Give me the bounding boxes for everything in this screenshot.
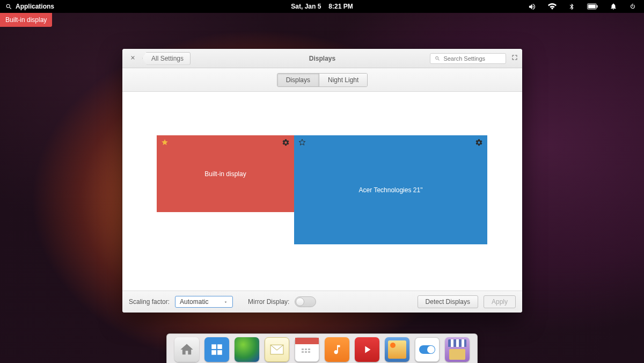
search-settings-field[interactable]	[430, 53, 506, 64]
close-icon	[130, 55, 136, 61]
maximize-icon	[511, 54, 518, 61]
top-panel: Applications Sat, Jan 5 8:21 PM	[0, 0, 644, 13]
svg-rect-6	[217, 350, 222, 355]
search-icon	[435, 55, 440, 62]
panel-date[interactable]: Sat, Jan 5	[291, 3, 321, 10]
svg-rect-5	[211, 350, 216, 355]
scaling-factor-value: Automatic	[180, 298, 208, 306]
mirror-display-toggle[interactable]	[295, 296, 316, 307]
svg-rect-4	[217, 344, 222, 349]
tab-displays[interactable]: Displays	[277, 74, 319, 86]
window-bottom-bar: Scaling factor: Automatic Mirror Display…	[122, 291, 522, 313]
svg-rect-2	[597, 5, 598, 8]
notifications-icon[interactable]	[610, 3, 617, 10]
dock-multitasking[interactable]	[204, 337, 229, 362]
dock-web[interactable]	[235, 337, 259, 362]
mail-icon	[270, 344, 284, 355]
star-icon[interactable]	[161, 139, 169, 148]
window-titlebar: All Settings Displays	[122, 49, 522, 68]
power-icon[interactable]	[629, 3, 636, 10]
dock-music[interactable]	[325, 337, 349, 362]
dock-calendar[interactable]	[295, 337, 319, 362]
dock-photos[interactable]	[385, 337, 409, 362]
svg-rect-1	[588, 5, 596, 9]
grid-icon	[210, 343, 224, 357]
display-arrangement-canvas[interactable]: Built-in display Acer Technologies 21"	[122, 92, 522, 291]
mirror-display-label: Mirror Display:	[248, 298, 289, 306]
monitor-label: Built-in display	[204, 170, 246, 178]
chevron-down-icon	[223, 300, 228, 304]
close-button[interactable]	[127, 52, 139, 64]
dock-videos[interactable]	[355, 337, 379, 362]
displays-settings-window: All Settings Displays Displays Night Lig…	[122, 49, 522, 313]
maximize-button[interactable]	[511, 54, 518, 62]
home-icon	[179, 342, 194, 357]
svg-rect-11	[302, 351, 304, 353]
bluetooth-icon[interactable]	[568, 3, 575, 10]
dock	[166, 333, 478, 363]
dock-appcenter[interactable]	[445, 337, 470, 362]
svg-rect-3	[211, 344, 216, 349]
svg-rect-8	[302, 349, 304, 350]
applications-menu[interactable]: Applications	[0, 3, 60, 10]
svg-rect-10	[308, 349, 310, 350]
tab-bar: Displays Night Light	[122, 68, 522, 92]
scaling-factor-select[interactable]: Automatic	[175, 296, 233, 308]
search-input[interactable]	[443, 55, 501, 62]
monitor-label: Acer Technologies 21"	[359, 186, 423, 194]
music-note-icon	[331, 343, 343, 357]
monitor-builtin[interactable]: Built-in display	[157, 135, 294, 212]
detect-displays-button[interactable]: Detect Displays	[418, 295, 478, 308]
calendar-icon	[300, 346, 314, 357]
monitor-external[interactable]: Acer Technologies 21"	[294, 135, 487, 244]
star-outline-icon[interactable]	[298, 139, 306, 148]
svg-rect-12	[305, 351, 307, 353]
display-identifier-overlay: Built-in display	[0, 13, 52, 27]
dock-mail[interactable]	[265, 337, 289, 362]
gear-icon[interactable]	[282, 139, 290, 148]
panel-time[interactable]: 8:21 PM	[328, 3, 353, 10]
svg-rect-9	[305, 349, 307, 350]
gear-icon[interactable]	[475, 139, 483, 148]
search-icon	[5, 3, 12, 10]
apply-button[interactable]: Apply	[484, 295, 516, 308]
play-icon	[361, 344, 373, 355]
applications-label: Applications	[16, 3, 54, 10]
window-title: Displays	[309, 55, 335, 62]
wifi-icon[interactable]	[548, 2, 557, 11]
all-settings-button[interactable]: All Settings	[142, 52, 191, 65]
svg-rect-13	[308, 351, 310, 353]
volume-icon[interactable]	[528, 3, 536, 11]
scaling-factor-label: Scaling factor:	[129, 298, 170, 306]
tab-night-light[interactable]: Night Light	[319, 74, 367, 86]
battery-icon[interactable]	[587, 3, 598, 10]
dock-files[interactable]	[174, 337, 199, 362]
dock-settings[interactable]	[415, 337, 440, 362]
